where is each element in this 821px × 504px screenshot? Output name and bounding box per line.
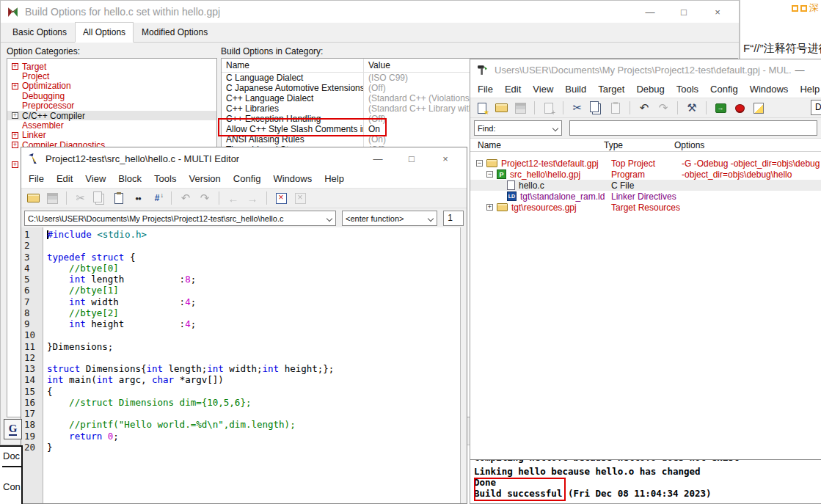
code-line[interactable]: #include <stdio.h> — [47, 229, 460, 240]
menu-item[interactable]: Help — [800, 84, 820, 95]
code-line[interactable]: int main(int argc, char *argv[]) — [47, 374, 460, 385]
category-item[interactable]: + C/C++ Compiler — [7, 111, 216, 120]
code-line[interactable]: //btye[1] — [47, 285, 460, 296]
menu-item[interactable]: Block — [118, 173, 142, 184]
file-path-combo[interactable]: C:\Users\USER\Documents\My Projects\Proj… — [24, 211, 336, 226]
code-line[interactable]: } — [47, 442, 460, 453]
code-line[interactable]: { — [47, 386, 460, 397]
minimize-button[interactable]: — — [370, 153, 386, 164]
build-icon[interactable] — [685, 101, 699, 115]
close-all-icon[interactable] — [293, 191, 307, 205]
multi-g-icon[interactable]: G — [4, 419, 22, 439]
project-tree[interactable]: − Project12-test\default.gpj Top Project… — [470, 152, 821, 472]
forward-icon[interactable] — [245, 191, 260, 205]
menu-item[interactable]: File — [29, 173, 44, 184]
category-item[interactable]: + Target — [7, 62, 216, 71]
redo-icon[interactable] — [656, 101, 671, 115]
expand-icon[interactable]: + — [12, 83, 18, 90]
copy-icon[interactable] — [92, 191, 107, 205]
menu-item[interactable]: View — [85, 173, 106, 184]
vertical-scrollbar[interactable] — [460, 227, 467, 503]
code-line[interactable]: typedef struct { — [47, 252, 460, 263]
menu-item[interactable]: Config — [710, 84, 738, 95]
back-icon[interactable] — [226, 191, 241, 205]
tree-row[interactable]: hello.c C File — [470, 180, 821, 191]
expand-icon[interactable]: + — [12, 63, 18, 70]
column-type[interactable]: Type — [604, 140, 674, 150]
code-line[interactable]: //btye[0] — [47, 263, 460, 274]
menu-item[interactable]: Version — [189, 173, 220, 184]
menu-item[interactable]: Windows — [750, 84, 789, 95]
code-line[interactable] — [47, 408, 460, 419]
expand-icon[interactable]: + — [12, 132, 18, 139]
expand-icon[interactable]: + — [12, 142, 18, 148]
code-line[interactable]: struct Dimensions{int length;int width;i… — [47, 363, 460, 374]
debugger-icon[interactable] — [732, 101, 747, 115]
find-icon[interactable] — [131, 191, 145, 205]
menu-item[interactable]: View — [533, 84, 553, 95]
copy-icon[interactable] — [589, 101, 604, 115]
editor-titlebar[interactable]: Project12-test\src_hello\hello.c - MULTI… — [21, 147, 467, 169]
maximize-button[interactable]: □ — [404, 153, 420, 164]
category-item[interactable]: Project — [7, 71, 216, 81]
new-file-icon[interactable] — [475, 101, 489, 115]
tree-row[interactable]: + tgt\resources.gpj Target Resources — [470, 202, 821, 213]
menu-item[interactable]: Tools — [154, 173, 176, 184]
find-input[interactable] — [569, 120, 817, 136]
open-project-icon[interactable] — [494, 101, 508, 115]
code-line[interactable]: //struct Dimensions dim={10,5,6}; — [47, 397, 460, 408]
undo-icon[interactable] — [178, 191, 193, 205]
add-file-icon[interactable] — [541, 101, 556, 115]
paste-icon[interactable] — [608, 101, 623, 115]
tree-toggle-icon[interactable]: − — [486, 171, 493, 178]
code-line[interactable] — [47, 329, 460, 340]
category-item[interactable]: + Optimization — [7, 81, 216, 91]
code-line[interactable]: int height :4; — [47, 318, 460, 329]
menu-item[interactable]: Edit — [505, 84, 521, 95]
category-item[interactable]: Preprocessor — [7, 101, 216, 111]
connect-icon[interactable] — [713, 101, 728, 115]
menu-item[interactable]: Edit — [56, 173, 73, 184]
tree-row[interactable]: − P src_hello\hello.gpj Program -object_… — [470, 169, 821, 180]
paste-icon[interactable] — [112, 191, 126, 205]
menu-item[interactable]: Help — [324, 173, 344, 184]
code-line[interactable]: }Dimensions; — [47, 341, 460, 352]
tab[interactable]: Modified Options — [134, 23, 216, 42]
cut-icon[interactable] — [73, 191, 88, 205]
tab[interactable]: Basic Options — [4, 23, 75, 42]
save-icon[interactable] — [513, 101, 528, 115]
line-number-field[interactable]: 1 — [443, 211, 464, 226]
function-combo[interactable]: <enter function> — [342, 211, 437, 226]
goto-line-icon[interactable] — [150, 191, 164, 205]
open-file-icon[interactable] — [26, 191, 40, 205]
redo-icon[interactable] — [197, 191, 212, 205]
undo-icon[interactable] — [637, 101, 652, 115]
cut-icon[interactable] — [570, 101, 585, 115]
maximize-button[interactable]: □ — [676, 7, 692, 18]
tree-row[interactable]: LD tgt\standalone_ram.ld Linker Directiv… — [470, 191, 821, 202]
code-line[interactable]: //printf("Hello world.=%d\n",dim.length)… — [47, 419, 460, 430]
column-name[interactable]: Name — [470, 140, 604, 150]
menu-item[interactable]: Target — [598, 84, 624, 95]
close-button[interactable]: × — [437, 153, 453, 164]
dialog-titlebar[interactable]: Build Options for hello.c set within hel… — [1, 1, 739, 23]
code-area[interactable]: 1234567891011121314151617181920 #include… — [21, 227, 467, 503]
code-line[interactable] — [47, 240, 460, 251]
expand-icon[interactable]: + — [12, 112, 18, 119]
clipped-d-button[interactable]: D — [811, 100, 821, 115]
minimize-button[interactable]: — — [792, 65, 808, 76]
tree-row[interactable]: − Project12-test\default.gpj Top Project… — [470, 158, 821, 169]
column-options[interactable]: Options — [674, 140, 704, 150]
menu-item[interactable]: File — [478, 84, 493, 95]
code-text[interactable]: #include <stdio.h>typedef struct { //bty… — [43, 227, 460, 503]
category-item[interactable]: Debugging — [7, 91, 216, 101]
build-output-panel[interactable]: Compiling hello.c because hello.o does n… — [470, 459, 821, 504]
menu-item[interactable]: Windows — [273, 173, 312, 184]
category-item[interactable]: + Linker — [7, 131, 216, 140]
code-line[interactable] — [47, 352, 460, 363]
tree-toggle-icon[interactable]: − — [476, 160, 483, 167]
save-icon[interactable] — [45, 191, 59, 205]
menu-item[interactable]: Tools — [676, 84, 698, 95]
close-doc-icon[interactable] — [274, 191, 288, 205]
code-line[interactable]: //btye[2] — [47, 307, 460, 318]
